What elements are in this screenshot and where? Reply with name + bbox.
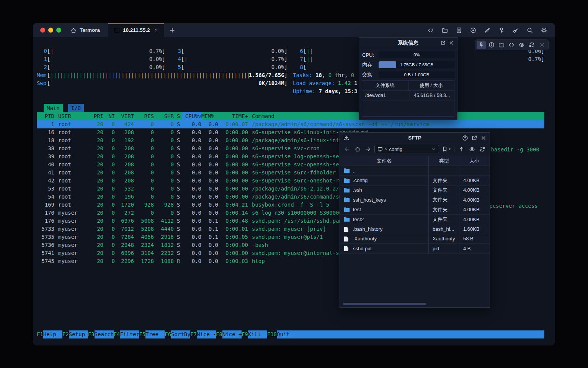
bookmark-dropdown-icon[interactable]: ▾	[449, 147, 451, 151]
key-icon[interactable]	[497, 25, 506, 35]
close-tab-icon[interactable]	[154, 28, 158, 33]
show-hidden-files-button[interactable]	[468, 146, 476, 152]
path-combobox[interactable]: > config	[374, 145, 439, 153]
cell-time: 0:00.00	[218, 177, 248, 185]
info-icon[interactable]	[487, 41, 496, 49]
file-row[interactable]: sshd.pidpid4 B	[340, 244, 490, 253]
search-icon[interactable]	[525, 25, 535, 35]
fkey-f7[interactable]: F7Nice -	[190, 330, 216, 338]
column-header[interactable]: 文件名	[340, 156, 428, 166]
tab-ssh-session[interactable]: 10.211.55.2	[108, 23, 164, 37]
code-icon[interactable]	[426, 25, 436, 35]
pin-icon[interactable]	[477, 41, 486, 49]
file-name-cell: .ssh	[340, 186, 428, 195]
column-header-mem[interactable]: MEM%	[201, 112, 218, 120]
file-row[interactable]: test文件夹4.00KB	[340, 205, 490, 215]
cell-user: myuser	[54, 225, 90, 233]
file-text-icon[interactable]	[454, 25, 464, 35]
htop-tab-main[interactable]: Main	[44, 104, 63, 112]
fkey-f1[interactable]: F1Help	[37, 330, 62, 338]
help-icon[interactable]	[462, 135, 468, 141]
close-window-button[interactable]	[40, 28, 45, 33]
fkey-f6[interactable]: F6SortBy	[165, 330, 190, 338]
folder-icon[interactable]	[497, 41, 506, 49]
transfers-icon[interactable]	[343, 135, 350, 141]
refresh-icon[interactable]	[527, 41, 536, 49]
back-button[interactable]	[343, 146, 351, 152]
cell-shr: 0	[154, 136, 174, 145]
file-row[interactable]: .ssh文件夹4.00KB	[340, 186, 490, 195]
folder-icon[interactable]	[440, 25, 450, 35]
file-name-cell: sshd.pid	[340, 244, 428, 253]
zoom-window-button[interactable]	[56, 28, 61, 33]
cell-shr: 0	[154, 177, 174, 185]
column-header-res[interactable]: RES	[134, 112, 154, 120]
open-in-window-icon[interactable]	[440, 40, 446, 46]
file-row[interactable]: .XauthorityXauthority58 B	[340, 234, 490, 244]
bookmark-button[interactable]	[442, 146, 448, 152]
file-row[interactable]: .bash_historybash_hi...1.60KB	[340, 224, 490, 234]
record-icon[interactable]	[468, 25, 478, 35]
close-icon[interactable]	[537, 41, 547, 49]
cell-cpu: 0.0	[182, 128, 201, 136]
column-header-cpu[interactable]: CPU%▽	[182, 112, 201, 120]
column-header-time[interactable]: TIME+	[218, 112, 248, 120]
code-icon[interactable]	[507, 41, 516, 49]
column-header[interactable]: 类型	[428, 156, 459, 166]
eye-icon[interactable]	[517, 41, 526, 49]
column-header-ni[interactable]: NI	[103, 112, 115, 120]
file-row[interactable]: ..	[340, 166, 490, 176]
cell-time: 0:00.00	[218, 169, 248, 177]
fkey-f5[interactable]: F5Tree	[139, 330, 165, 338]
column-header-pri[interactable]: PRI	[90, 112, 103, 120]
cell-time: 0:00.00	[218, 249, 248, 257]
column-header-shr[interactable]: SHR	[154, 112, 174, 120]
home-button[interactable]	[354, 146, 361, 152]
file-row[interactable]: test2文件夹4.00KB	[340, 215, 490, 224]
refresh-button[interactable]	[479, 146, 486, 152]
keychain-icon[interactable]	[511, 25, 521, 35]
file-icon	[344, 246, 350, 251]
fkey-f2[interactable]: F2Setup	[62, 330, 88, 338]
column-header-s[interactable]: S	[174, 112, 182, 120]
cell-time: 0:00.00	[218, 193, 248, 201]
process-row[interactable]: 1root20042400S0.00.00:00.07/package/admi…	[37, 120, 544, 128]
meter-bars: |	[184, 55, 271, 63]
gear-icon[interactable]	[539, 25, 549, 35]
forward-button[interactable]	[364, 146, 372, 152]
cell-res: 4056	[134, 233, 154, 241]
tab-home[interactable]: Termora	[67, 23, 108, 37]
htop-meters: 0[|0.7%]3[0.0%]6[||0.0%]1[0.0%]4[|0.7%]7…	[37, 47, 544, 95]
new-tab-button[interactable]	[164, 23, 181, 37]
sftp-titlebar: SFTP	[340, 133, 490, 143]
file-size-cell	[459, 166, 489, 175]
minimize-window-button[interactable]	[48, 28, 53, 33]
column-header-virt[interactable]: VIRT	[115, 112, 134, 120]
fkey-f8[interactable]: F8Nice +	[216, 330, 242, 338]
column-header[interactable]: 大小	[459, 156, 489, 166]
close-panel-icon[interactable]	[480, 135, 487, 141]
fkey-f3[interactable]: F3Search	[88, 330, 114, 338]
horizontal-scrollbar[interactable]	[343, 303, 426, 305]
fkey-f4[interactable]: F4Filter	[114, 330, 139, 338]
file-row[interactable]: ssh_host_keys文件夹4.00KB	[340, 195, 490, 205]
cell-res: 5008	[134, 217, 154, 225]
pencil-icon[interactable]	[482, 25, 492, 35]
fkey-label: Tree	[145, 330, 165, 338]
filesystem-row[interactable]: /dev/vda145.61GB / 58.3...	[362, 90, 454, 100]
meter-label: Mem	[37, 71, 47, 79]
cell-ni: 0	[103, 193, 115, 201]
cell-pri: 20	[90, 161, 103, 169]
cell-pid: 5741	[37, 249, 54, 257]
parent-directory-button[interactable]	[458, 146, 466, 152]
open-in-window-icon[interactable]	[471, 135, 477, 141]
cell-s: S	[174, 136, 182, 145]
close-panel-icon[interactable]	[449, 40, 454, 46]
column-header-user[interactable]: USER	[54, 112, 90, 120]
htop-tab-io[interactable]: I/O	[68, 104, 84, 112]
cell-shr: 0	[154, 185, 174, 193]
fkey-f10[interactable]: F10Quit	[267, 330, 544, 338]
file-row[interactable]: .config文件夹4.00KB	[340, 176, 490, 185]
column-header-pid[interactable]: PID	[37, 112, 54, 120]
fkey-f9[interactable]: F9Kill	[242, 330, 267, 338]
